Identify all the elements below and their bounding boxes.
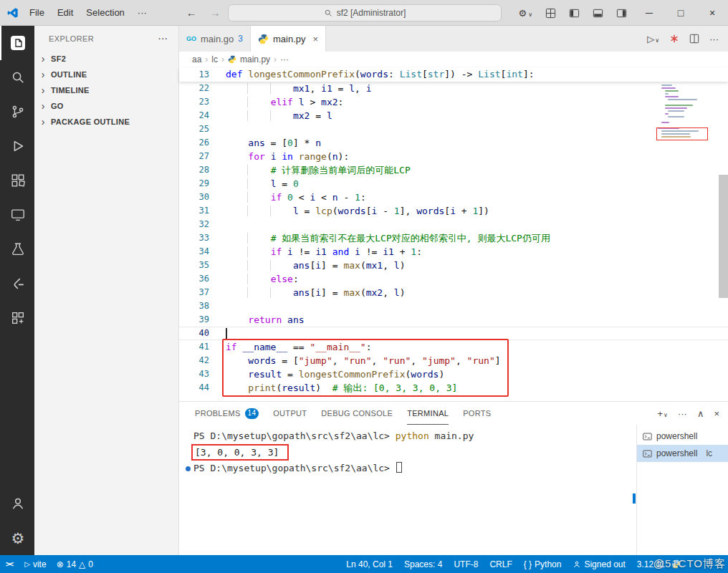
terminal-line[interactable]: PS D:\mysetup\gopath\src\sf2\aa\lc> pyth…	[193, 429, 636, 443]
code-line[interactable]: 28 # 计算删除当前单词后的可能LCP	[179, 163, 728, 177]
sidebar-section-sf2[interactable]: › SF2	[34, 51, 178, 67]
tools-dropdown-button[interactable]: ⚙ ∨	[512, 8, 539, 19]
minimize-button[interactable]: ─	[633, 0, 665, 26]
editor-scrollbar-thumb[interactable]	[719, 175, 728, 298]
sidebar-section-go[interactable]: › GO	[34, 98, 178, 114]
panel-tab-output[interactable]: OUTPUT	[273, 402, 307, 425]
close-panel-button[interactable]: ×	[709, 408, 724, 419]
search-icon	[10, 69, 26, 85]
terminal-line[interactable]: [3, 0, 0, 3, 3]	[193, 443, 636, 461]
minimap[interactable]	[658, 82, 718, 139]
terminal-output[interactable]: PS D:\mysetup\gopath\src\sf2\aa\lc> pyth…	[179, 425, 636, 555]
more-actions-icon[interactable]: ···	[158, 34, 168, 43]
menu-selection[interactable]: Selection	[80, 0, 130, 26]
remote-indicator[interactable]: ><	[0, 555, 19, 573]
more-actions-button[interactable]: ···	[706, 34, 722, 44]
toggle-panel-button[interactable]	[586, 8, 610, 19]
code-runner-button[interactable]	[666, 34, 683, 44]
menu-more[interactable]: ···	[131, 0, 153, 26]
command-center-search[interactable]: sf2 [Administrator]	[228, 4, 502, 21]
split-editor-button[interactable]	[686, 34, 703, 44]
sidebar-title: EXPLORER	[49, 34, 94, 43]
panel-more-button[interactable]: ···	[674, 408, 691, 419]
code-line[interactable]: 35 ans[i] = max(mx1, l)	[179, 259, 728, 272]
code-line[interactable]: 30 if 0 < i < n - 1:	[179, 191, 728, 204]
sticky-scroll-line[interactable]: 13 def longestCommonPrefix(words: List[s…	[179, 67, 728, 82]
customize-layout-button[interactable]	[539, 8, 562, 19]
code-line[interactable]: 25	[179, 122, 728, 136]
menu-file[interactable]: File	[23, 0, 51, 26]
code-token: List	[478, 69, 500, 80]
run-python-button[interactable]: ▷ ∨	[643, 34, 663, 44]
maximize-panel-button[interactable]: ∧	[693, 408, 709, 419]
code-line[interactable]: 27 for i in range(n):	[179, 150, 728, 163]
activity-testing[interactable]	[0, 232, 34, 266]
toggle-secondary-sidebar-button[interactable]	[610, 8, 633, 19]
code-line[interactable]: 33 # 如果当前索引不在最大LCP对应的相邻索引中, 则最大LCP仍可用	[179, 231, 728, 245]
activity-settings[interactable]: ⚙	[0, 521, 34, 555]
terminal-line[interactable]: PS D:\mysetup\gopath\src\sf2\aa\lc>	[193, 461, 636, 476]
encoding-status[interactable]: UTF-8	[449, 555, 483, 573]
command-decoration-dot[interactable]	[186, 466, 191, 471]
code-line[interactable]: 23 elif l > mx2:	[179, 95, 728, 109]
vite-task-status[interactable]: ▷ vite	[19, 555, 51, 573]
line-number: 34	[179, 245, 216, 259]
code-line[interactable]: 34 if i != i1 and i != i1 + 1:	[179, 245, 728, 259]
toggle-sidebar-button[interactable]	[562, 8, 586, 19]
breadcrumb-item[interactable]: aa	[192, 54, 201, 64]
terminal-instance-selected[interactable]: powershell lc	[637, 445, 728, 462]
account-status[interactable]: Signed out	[567, 555, 630, 573]
breadcrumb-item[interactable]: main.py	[240, 54, 270, 64]
problems-status[interactable]: ⊗ 14 △ 0	[52, 555, 98, 573]
breadcrumb-item[interactable]: lc	[211, 54, 218, 64]
code-line[interactable]: 29 l = 0	[179, 177, 728, 191]
activity-leetcode[interactable]	[0, 266, 34, 301]
activity-search[interactable]	[0, 60, 34, 95]
activity-extensions[interactable]	[0, 163, 34, 198]
tab-main-py[interactable]: main.py ×	[251, 26, 326, 52]
sidebar-section-timeline[interactable]: › TIMELINE	[34, 82, 178, 98]
code-line[interactable]: 26 ans = [0] * n	[179, 136, 728, 150]
eol-status[interactable]: CRLF	[484, 555, 517, 573]
maximize-button[interactable]: □	[665, 0, 696, 26]
new-terminal-button[interactable]: + ∨	[653, 408, 671, 419]
panel-tab-ports[interactable]: PORTS	[463, 402, 491, 425]
close-window-button[interactable]: ×	[696, 0, 728, 26]
menu-edit[interactable]: Edit	[51, 0, 80, 26]
activity-explorer[interactable]	[0, 26, 34, 60]
code-line[interactable]: 38	[179, 299, 728, 313]
indentation-status[interactable]: Spaces: 4	[399, 555, 447, 573]
forward-icon[interactable]: →	[210, 6, 221, 19]
back-icon[interactable]: ←	[186, 6, 197, 19]
activity-source-control[interactable]	[0, 95, 34, 129]
activity-run-debug[interactable]	[0, 129, 34, 163]
code-line[interactable]: 24 mx2 = l	[179, 109, 728, 122]
code-line[interactable]: 22 mx1, i1 = l, i	[179, 82, 728, 95]
indent	[226, 314, 248, 325]
code-line[interactable]: 31 l = lcp(words[i - 1], words[i + 1])	[179, 204, 728, 218]
person-icon	[573, 560, 581, 569]
sidebar-section-package-outline[interactable]: › PACKAGE OUTLINE	[34, 114, 178, 130]
code-line[interactable]: 37 ans[i] = max(mx2, l)	[179, 286, 728, 299]
code-token: !=	[293, 246, 315, 257]
language-mode-status[interactable]: { } Python	[519, 555, 567, 573]
activity-snippets[interactable]	[0, 301, 34, 335]
sidebar-section-outline[interactable]: › OUTLINE	[34, 67, 178, 82]
panel-tab-problems[interactable]: PROBLEMS 14	[195, 402, 259, 425]
tab-main-go[interactable]: GO main.go 3	[179, 26, 251, 52]
activity-remote-explorer[interactable]	[0, 198, 34, 232]
breadcrumb-item[interactable]: ···	[280, 54, 289, 64]
editor-actions: ▷ ∨ ···	[643, 26, 728, 52]
close-icon[interactable]: ×	[312, 34, 318, 44]
activity-account[interactable]	[0, 486, 34, 521]
close-icon: ×	[714, 408, 719, 419]
cursor-position-status[interactable]: Ln 40, Col 1	[341, 555, 398, 573]
code-line[interactable]: 36 else:	[179, 272, 728, 286]
panel-tab-terminal[interactable]: TERMINAL	[407, 402, 449, 425]
panel-tab-debug-console[interactable]: DEBUG CONSOLE	[321, 402, 393, 425]
code-area[interactable]: 22 mx1, i1 = l, i23 elif l > mx2:24 mx2 …	[179, 82, 728, 401]
code-line[interactable]: 32	[179, 218, 728, 231]
sidebar-right-icon	[616, 8, 627, 19]
code-line[interactable]: 39 return ans	[179, 313, 728, 327]
terminal-instance[interactable]: powershell	[637, 428, 728, 445]
